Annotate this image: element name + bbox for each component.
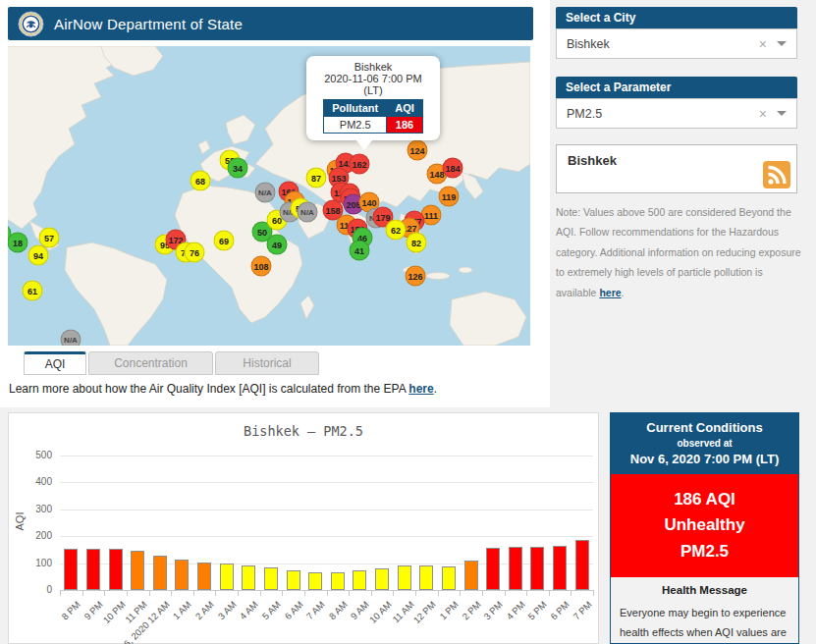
chart-bar[interactable] xyxy=(509,547,522,590)
tab-historical[interactable]: Historical xyxy=(215,351,319,375)
popup-datetime: 2020-11-06 7:00 PM xyxy=(306,73,440,84)
chart-bar[interactable] xyxy=(287,570,300,590)
city-feed-box: Bishkek xyxy=(556,144,797,193)
feed-city-name: Bishkek xyxy=(568,153,617,168)
chart-bar[interactable] xyxy=(220,564,234,590)
aqi-marker[interactable]: 126 xyxy=(406,266,426,287)
chart-bar[interactable] xyxy=(109,549,123,590)
popup-aqi-value: 186 xyxy=(387,117,423,134)
chart-gridline xyxy=(60,482,593,483)
beyond-aqi-note: Note: Values above 500 are considered Be… xyxy=(556,202,805,302)
chart-bar[interactable] xyxy=(575,540,589,590)
note-here-link[interactable]: here xyxy=(599,287,621,298)
current-conditions-title: Current Conditions xyxy=(615,420,794,435)
chart-x-tick xyxy=(526,590,527,596)
chart-bar[interactable] xyxy=(242,565,255,590)
popup-tail xyxy=(355,139,373,150)
aqi-marker[interactable]: 68 xyxy=(190,171,211,191)
tab-aqi[interactable]: AQI xyxy=(24,351,86,375)
aqi-marker[interactable]: 119 xyxy=(439,187,460,207)
chart-bar[interactable] xyxy=(419,565,433,590)
city-clear-icon[interactable]: × xyxy=(759,36,767,52)
chart-bar[interactable] xyxy=(175,560,189,590)
aqi-marker[interactable]: 41 xyxy=(350,241,370,261)
aqi-marker[interactable]: 124 xyxy=(408,140,428,161)
chart-bar[interactable] xyxy=(486,548,500,590)
aqi-pollutant: PM2.5 xyxy=(615,539,794,564)
popup-timezone: (LT) xyxy=(306,84,440,96)
learn-more-after: . xyxy=(434,382,437,396)
chart-bar[interactable] xyxy=(308,572,322,590)
chart-x-tick xyxy=(304,590,305,596)
chart-y-tick-label: 300 xyxy=(19,504,52,514)
select-city-header: Select a City xyxy=(556,7,797,28)
aqi-marker[interactable]: 34 xyxy=(228,158,248,179)
aqi-marker[interactable]: 162 xyxy=(350,154,370,175)
chart-bar[interactable] xyxy=(353,570,366,590)
popup-col-aqi: AQI xyxy=(387,100,423,117)
chart-x-tick xyxy=(393,590,394,596)
chart-gridline xyxy=(60,536,593,537)
city-caret-icon[interactable] xyxy=(777,41,787,46)
chart-y-axis-title: AQI xyxy=(14,512,26,531)
tab-concentration[interactable]: Concentration xyxy=(88,351,213,375)
city-select[interactable]: Bishkek × xyxy=(556,28,797,59)
health-message-title: Health Message xyxy=(620,584,789,596)
aqi-marker[interactable]: N/A xyxy=(61,330,82,347)
parameter-clear-icon[interactable]: × xyxy=(759,106,767,122)
parameter-select[interactable]: PM2.5 × xyxy=(556,98,797,129)
chart-bar[interactable] xyxy=(553,546,567,590)
chart-x-tick xyxy=(571,590,571,596)
note-period: . xyxy=(622,287,625,298)
chart-bar[interactable] xyxy=(398,565,411,590)
popup-city: Bishkek xyxy=(306,61,440,73)
world-aqi-map[interactable]: 518579461N/A68583495172777669108504960N/… xyxy=(8,46,530,346)
page-title: AirNow Department of State xyxy=(54,16,243,32)
aqi-marker[interactable]: 82 xyxy=(407,233,427,253)
chart-x-tick xyxy=(327,590,328,596)
aqi-marker[interactable]: 76 xyxy=(185,242,205,263)
aqi-marker[interactable]: 69 xyxy=(214,231,235,251)
chart-bar[interactable] xyxy=(86,549,100,590)
chart-bar[interactable] xyxy=(131,551,144,590)
chart-x-tick xyxy=(460,590,461,596)
chart-bar[interactable] xyxy=(264,567,278,590)
chart-gridline xyxy=(60,510,593,510)
chart-bar[interactable] xyxy=(464,561,478,590)
parameter-caret-icon[interactable] xyxy=(777,111,787,116)
popup-col-pollutant: Pollutant xyxy=(324,100,387,117)
chart-bar[interactable] xyxy=(375,568,389,590)
aqi-marker[interactable]: 49 xyxy=(267,235,288,255)
aqi-marker[interactable]: 62 xyxy=(386,220,407,241)
chart-x-tick xyxy=(127,590,128,596)
chart-x-tick xyxy=(549,590,550,596)
aqi-marker[interactable]: N/A xyxy=(298,202,318,223)
epa-link[interactable]: here xyxy=(408,382,433,396)
app-header: AirNow Department of State xyxy=(8,7,533,40)
select-parameter-header: Select a Parameter xyxy=(556,77,797,98)
aqi-marker[interactable]: 61 xyxy=(23,281,43,301)
aqi-marker[interactable]: 184 xyxy=(443,158,463,179)
aqi-marker[interactable]: 94 xyxy=(28,245,49,266)
chart-bar[interactable] xyxy=(153,556,167,590)
observed-at-value: Nov 6, 2020 7:00 PM (LT) xyxy=(615,452,794,466)
chart-x-tick xyxy=(593,590,594,596)
aqi-marker[interactable]: 108 xyxy=(251,256,272,277)
chart-bar[interactable] xyxy=(530,547,544,590)
view-tabs: AQI Concentration Historical xyxy=(24,351,321,375)
chart-bar[interactable] xyxy=(442,566,456,590)
aqi-marker[interactable]: N/A xyxy=(255,183,276,203)
aqi-marker[interactable]: 18 xyxy=(8,233,28,253)
observed-at-label: observed at xyxy=(615,438,794,449)
chart-bar[interactable] xyxy=(197,563,211,590)
chart-x-tick xyxy=(238,590,239,596)
learn-more-text: Learn more about how the Air Quality Ind… xyxy=(9,382,437,396)
rss-icon[interactable] xyxy=(763,161,790,188)
chart-bar[interactable] xyxy=(64,549,78,590)
chart-bar[interactable] xyxy=(331,572,345,590)
health-message-text: Everyone may begin to experience health … xyxy=(620,603,789,644)
current-conditions-panel: Current Conditions observed at Nov 6, 20… xyxy=(610,412,799,644)
popup-pollutant-value: PM2.5 xyxy=(324,117,387,134)
aqi-marker[interactable]: 87 xyxy=(306,168,327,188)
current-conditions-header: Current Conditions observed at Nov 6, 20… xyxy=(611,413,798,474)
